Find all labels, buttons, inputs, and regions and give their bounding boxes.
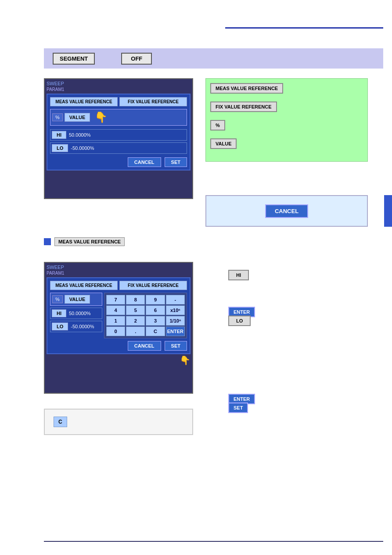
cancel-button-bottom[interactable]: CANCEL	[128, 341, 161, 351]
value-button-bottom[interactable]: VALUE	[65, 295, 90, 304]
panel-bottom-buttons-2: CANCEL SET	[50, 341, 187, 351]
pct-green-button[interactable]: %	[210, 120, 225, 131]
cancel-button-top[interactable]: CANCEL	[128, 157, 161, 167]
lo-button[interactable]: LO	[52, 144, 68, 152]
ref-buttons-row-bottom: MEAS VALUE REFERENCE FIX VALUE REFERENCE	[50, 281, 187, 290]
num-c[interactable]: C	[146, 326, 165, 336]
fix-value-ref-button[interactable]: FIX VALUE REFERENCE	[119, 97, 187, 106]
param-title-bottom: PARAM1	[47, 271, 191, 276]
lo-button-bottom[interactable]: LO	[52, 323, 68, 330]
meas-value-ref-button-bottom[interactable]: MEAS VALUE REFERENCE	[50, 281, 118, 290]
set-button-bottom[interactable]: SET	[165, 341, 187, 351]
panel-bottom-buttons: CANCEL SET	[50, 157, 187, 167]
fix-ref-section: FIX VALUE REFERENCE	[210, 102, 363, 116]
meas-value-ref-button[interactable]: MEAS VALUE REFERENCE	[50, 97, 118, 106]
num-3[interactable]: 3	[146, 316, 165, 326]
hi-lo-numpad-left: % VALUE HI 50.0000% LO -50.0000%	[50, 293, 102, 338]
num-9[interactable]: 9	[146, 295, 165, 305]
numpad-grid: 7 8 9 - 4 5 6 x10ⁿ 1 2 3 1/10ⁿ 0 . C ENT…	[106, 295, 185, 336]
hand-pointer-icon: 👇	[94, 111, 108, 123]
numpad-panel: 7 8 9 - 4 5 6 x10ⁿ 1 2 3 1/10ⁿ 0 . C ENT…	[104, 293, 187, 338]
unit-percent-bottom: %	[52, 295, 63, 303]
lo-row: LO -50.0000%	[50, 142, 187, 154]
meas-ref-section: MEAS VALUE REFERENCE	[210, 83, 363, 97]
value-section: VALUE	[210, 138, 363, 152]
c-button[interactable]: C	[54, 417, 67, 427]
lo-button-right[interactable]: LO	[228, 316, 251, 326]
sweep-title: SWEEP	[47, 81, 191, 86]
num-0[interactable]: 0	[106, 326, 125, 336]
off-button[interactable]: OFF	[121, 53, 152, 65]
top-screenshot-panel: SWEEP PARAM1 MEAS VALUE REFERENCE FIX VA…	[44, 78, 193, 199]
lo-value-bottom: -50.0000%	[71, 324, 94, 329]
num-7[interactable]: 7	[106, 295, 125, 305]
num-minus[interactable]: -	[166, 295, 185, 305]
right-green-panel: MEAS VALUE REFERENCE FIX VALUE REFERENCE…	[205, 78, 368, 162]
num-x10n[interactable]: x10ⁿ	[166, 305, 185, 315]
ref-buttons-row: MEAS VALUE REFERENCE FIX VALUE REFERENCE	[50, 97, 187, 106]
cancel-main-button[interactable]: CANCEL	[265, 204, 308, 218]
value-input-row: % VALUE 👇	[50, 109, 187, 126]
blue-indicator-square	[44, 238, 51, 245]
pct-section: %	[210, 120, 363, 134]
set-button-top[interactable]: SET	[165, 157, 187, 167]
blue-tab-right	[384, 195, 392, 227]
top-decorative-line	[225, 27, 383, 29]
hi-row-bottom: HI 50.0000%	[50, 308, 102, 319]
hi-lo-section: HI 50.0000% LO -50.0000%	[50, 129, 187, 154]
hi-lo-section-bottom: HI 50.0000% LO -50.0000%	[50, 308, 102, 332]
num-2[interactable]: 2	[126, 316, 145, 326]
hi-button-bottom[interactable]: HI	[52, 309, 66, 317]
num-6[interactable]: 6	[146, 305, 165, 315]
bottom-decorative-line	[44, 541, 383, 542]
lo-row-bottom: LO -50.0000%	[50, 321, 102, 332]
hi-row: HI 50.0000%	[50, 129, 187, 141]
hi-button[interactable]: HI	[52, 131, 66, 139]
meas-ref-green-button[interactable]: MEAS VALUE REFERENCE	[210, 83, 283, 94]
num-1[interactable]: 1	[106, 316, 125, 326]
fix-ref-green-button[interactable]: FIX VALUE REFERENCE	[210, 102, 277, 112]
set-button-right[interactable]: SET	[228, 403, 248, 413]
param-title: PARAM1	[47, 87, 191, 92]
num-inv[interactable]: 1/10ⁿ	[166, 316, 185, 326]
hi-button-right[interactable]: HI	[228, 270, 249, 280]
lo-value: -50.0000%	[71, 145, 94, 151]
value-green-button[interactable]: VALUE	[210, 138, 237, 149]
inner-panel: MEAS VALUE REFERENCE FIX VALUE REFERENCE…	[47, 94, 191, 170]
meas-value-reference-label: MEAS VALUE REFERENCE	[54, 237, 125, 246]
bottom-main-area: % VALUE HI 50.0000% LO -50.0000% 7	[50, 293, 187, 338]
num-4[interactable]: 4	[106, 305, 125, 315]
hi-value-bottom: 50.0000%	[69, 311, 91, 316]
cancel-highlight-box: CANCEL	[205, 195, 368, 227]
header-bar: SEGMENT OFF	[44, 48, 383, 69]
value-input-row-bottom: % VALUE	[50, 293, 102, 306]
num-8[interactable]: 8	[126, 295, 145, 305]
unit-percent: %	[52, 113, 63, 121]
num-enter[interactable]: ENTER	[166, 326, 185, 336]
sweep-title-bottom: SWEEP	[47, 265, 191, 270]
hand-icon-bottom: 👇	[47, 355, 191, 366]
hi-value: 50.0000%	[69, 132, 91, 138]
fix-value-ref-button-bottom[interactable]: FIX VALUE REFERENCE	[119, 281, 187, 290]
inner-panel-bottom: MEAS VALUE REFERENCE FIX VALUE REFERENCE…	[47, 277, 191, 354]
segment-button[interactable]: SEGMENT	[53, 53, 95, 65]
c-box: C	[44, 409, 193, 435]
num-5[interactable]: 5	[126, 305, 145, 315]
bottom-screenshot-panel: SWEEP PARAM1 MEAS VALUE REFERENCE FIX VA…	[44, 262, 193, 394]
value-button[interactable]: VALUE	[65, 113, 90, 122]
num-dot[interactable]: .	[126, 326, 145, 336]
meas-indicator-row: MEAS VALUE REFERENCE	[44, 237, 125, 246]
